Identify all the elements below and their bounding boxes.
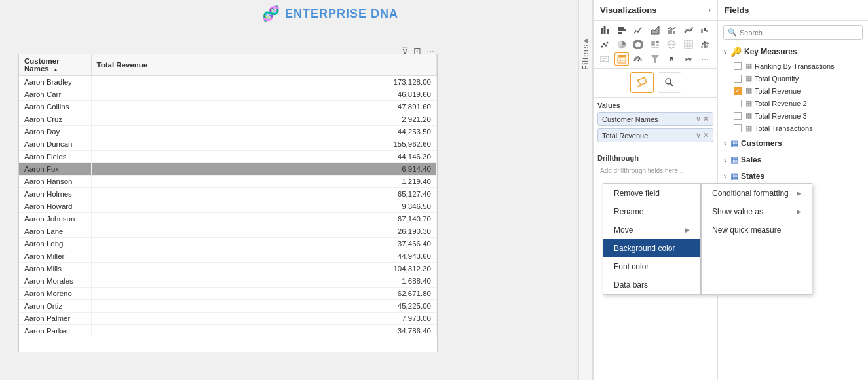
revenue-cell: 47,891.60 — [91, 101, 437, 113]
viz-expand-arrow[interactable]: › — [709, 7, 711, 14]
gauge-icon[interactable] — [631, 52, 645, 66]
customer-name-cell: Aaron Parker — [19, 325, 91, 337]
map-icon[interactable] — [664, 38, 679, 51]
quantity-checkbox[interactable] — [734, 75, 742, 83]
combo-chart-icon[interactable] — [664, 24, 679, 37]
table-row[interactable]: Aaron Carr46,819.60 — [19, 88, 437, 101]
kpi-icon[interactable] — [698, 38, 712, 51]
more-viz-icon[interactable]: ··· — [698, 52, 712, 66]
matrix-icon[interactable] — [681, 38, 696, 51]
customer-name-cell: Aaron Ortiz — [19, 300, 91, 313]
main-canvas: 🧬 ENTERPRISE DNA ⊽ ⊡ ··· Customer Names … — [0, 0, 578, 380]
scatter-icon[interactable] — [597, 38, 612, 51]
analytics-button[interactable] — [658, 72, 681, 93]
show-value-as-item[interactable]: Show value as ▶ — [702, 202, 812, 221]
table-row[interactable]: Aaron Holmes65,127.40 — [19, 188, 437, 200]
filters-collapse-arrow[interactable]: ◀ — [583, 37, 588, 44]
table-row[interactable]: Aaron Duncan155,962.60 — [19, 138, 437, 151]
table-row[interactable]: Aaron Hanson1,219.40 — [19, 176, 437, 188]
table-row[interactable]: Aaron Lane26,190.30 — [19, 225, 437, 238]
table-row[interactable]: Aaron Howard9,346.50 — [19, 200, 437, 213]
table-row[interactable]: Aaron Morales1,688.40 — [19, 275, 437, 288]
rename-item[interactable]: Rename — [603, 202, 700, 221]
table-row[interactable]: Aaron Long37,466.40 — [19, 238, 437, 250]
table-row[interactable]: Aaron Mills104,312.30 — [19, 263, 437, 275]
revenue-cell: 9,346.50 — [91, 200, 437, 213]
table-row[interactable]: Aaron Day44,253.50 — [19, 126, 437, 138]
sales-header[interactable]: ∨ ▦ Sales — [718, 152, 868, 167]
revenue3-checkbox[interactable] — [734, 112, 742, 120]
table-row[interactable]: Aaron Bradley173,128.00 — [19, 76, 437, 88]
key-measures-header[interactable]: ∨ 🔑 Key Measures — [718, 44, 868, 60]
move-item[interactable]: Move ▶ — [603, 221, 700, 239]
table-row[interactable]: Aaron Johnson67,140.70 — [19, 213, 437, 225]
column-chart-icon[interactable] — [614, 24, 629, 37]
donut-icon[interactable] — [631, 38, 645, 51]
pie-icon[interactable] — [614, 38, 629, 51]
py-script-icon[interactable]: Py — [681, 52, 696, 66]
ribbon-chart-icon[interactable] — [681, 24, 696, 37]
conditional-formatting-item[interactable]: Conditional formatting ▶ — [702, 184, 812, 202]
states-icon: ▦ — [730, 171, 738, 181]
card-icon[interactable] — [597, 52, 612, 66]
transactions-checkbox[interactable] — [734, 124, 742, 132]
col-header-revenue[interactable]: Total Revenue — [91, 54, 437, 76]
search-box[interactable]: 🔍 — [723, 25, 863, 40]
filters-panel[interactable]: ◀ Filters — [578, 0, 593, 380]
funnel-icon[interactable] — [648, 52, 662, 66]
field-total-revenue[interactable]: ✓ ▦ Total Revenue — [718, 85, 868, 97]
customers-header[interactable]: ∨ ▦ Customers — [718, 136, 868, 151]
revenue-cell: 46,819.60 — [91, 88, 437, 101]
table-viz-icon[interactable] — [614, 52, 629, 66]
r-script-icon[interactable]: R — [664, 52, 679, 66]
area-chart-icon[interactable] — [648, 24, 662, 37]
customer-name-cell: Aaron Fox — [19, 163, 91, 176]
table-row[interactable]: Aaron Fox6,914.40 — [19, 163, 437, 176]
svg-marker-35 — [708, 42, 710, 45]
bar-chart-icon[interactable] — [597, 24, 612, 37]
revenue-cell: 2,921.20 — [91, 113, 437, 126]
remove-field-item[interactable]: Remove field — [603, 184, 700, 202]
key-measures-name: Key Measures — [744, 47, 797, 56]
svg-point-16 — [607, 42, 609, 44]
customer-name-cell: Aaron Moreno — [19, 288, 91, 300]
revenue3-name: Total Revenue 3 — [755, 112, 807, 120]
customer-names-field[interactable]: Customer Names ∨ ✕ — [597, 112, 713, 126]
total-revenue-controls[interactable]: ∨ ✕ — [696, 131, 709, 140]
table-row[interactable]: Aaron Parker34,786.40 — [19, 325, 437, 337]
data-bars-item[interactable]: Data bars — [603, 276, 700, 294]
data-bars-label: Data bars — [614, 280, 648, 290]
waterfall-icon[interactable] — [698, 24, 712, 37]
field-ranking-transactions[interactable]: ▦ Ranking By Transactions — [718, 60, 868, 72]
col-header-customer[interactable]: Customer Names ▲ — [19, 54, 91, 76]
table-row[interactable]: Aaron Ortiz45,225.00 — [19, 300, 437, 313]
revenue2-checkbox[interactable] — [734, 100, 742, 107]
svg-rect-11 — [704, 28, 706, 31]
table-row[interactable]: Aaron Moreno62,671.80 — [19, 288, 437, 300]
values-area: Values Customer Names ∨ ✕ Total Revenue … — [594, 99, 717, 147]
total-revenue-field[interactable]: Total Revenue ∨ ✕ — [597, 128, 713, 142]
table-row[interactable]: Aaron Fields44,146.30 — [19, 151, 437, 163]
format-paint-button[interactable] — [630, 72, 654, 93]
table-row[interactable]: Aaron Palmer7,973.00 — [19, 313, 437, 325]
field-total-revenue2[interactable]: ▦ Total Revenue 2 — [718, 97, 868, 109]
background-color-item[interactable]: Background color — [603, 239, 700, 257]
treemap-icon[interactable] — [648, 38, 662, 51]
field-total-revenue3[interactable]: ▦ Total Revenue 3 — [718, 109, 868, 122]
ranking-checkbox[interactable] — [734, 62, 742, 70]
search-input[interactable] — [740, 29, 858, 37]
line-chart-icon[interactable] — [631, 24, 645, 37]
svg-rect-8 — [670, 29, 672, 34]
customer-names-controls[interactable]: ∨ ✕ — [696, 115, 709, 123]
field-total-transactions[interactable]: ▦ Total Transactions — [718, 122, 868, 134]
new-quick-measure-item[interactable]: New quick measure — [702, 221, 812, 239]
customer-name-cell: Aaron Duncan — [19, 138, 91, 151]
field-total-quantity[interactable]: ▦ Total Quantity — [718, 72, 868, 85]
table-row[interactable]: Aaron Collins47,891.60 — [19, 101, 437, 113]
font-color-label: Font color — [614, 262, 649, 271]
revenue-checkbox[interactable]: ✓ — [734, 87, 742, 95]
table-row[interactable]: Aaron Cruz2,921.20 — [19, 113, 437, 126]
states-header[interactable]: ∨ ▦ States — [718, 168, 868, 183]
font-color-item[interactable]: Font color — [603, 257, 700, 276]
table-row[interactable]: Aaron Miller44,943.60 — [19, 250, 437, 263]
